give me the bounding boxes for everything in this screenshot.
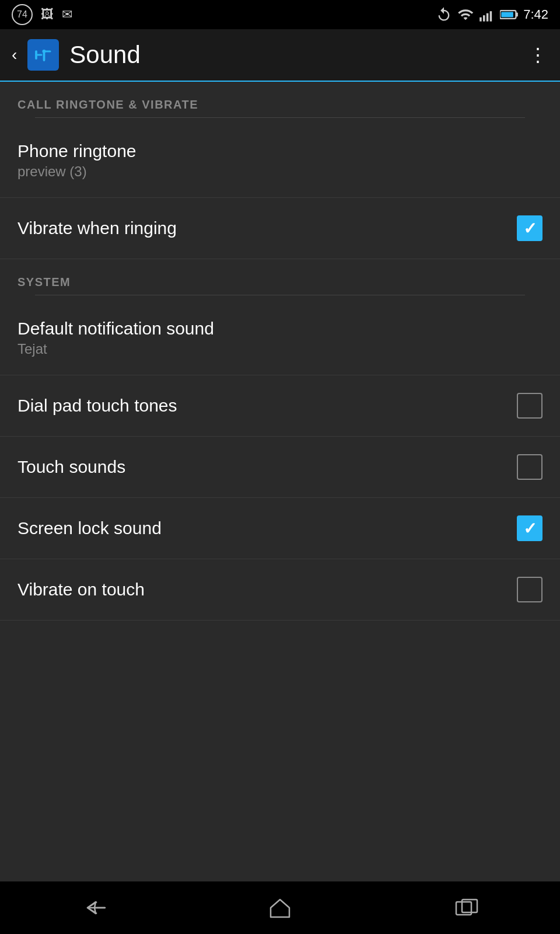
default-notification-sound-title: Default notification sound <box>18 319 542 339</box>
notification-count-badge: 74 <box>12 4 33 25</box>
svg-rect-5 <box>516 13 518 17</box>
overflow-menu-button[interactable]: ⋮ <box>528 44 548 66</box>
notification-count: 74 <box>17 9 27 20</box>
app-icon <box>27 39 59 71</box>
setting-row-screen-lock-sound[interactable]: Screen lock sound <box>0 498 560 559</box>
signal-icon <box>479 6 495 23</box>
status-bar-right: 7:42 <box>436 6 548 23</box>
touch-sounds-checkbox[interactable] <box>517 454 542 480</box>
section-header-call-ringtone-label: CALL RINGTONE & VIBRATE <box>18 98 198 111</box>
nav-home-icon <box>268 897 292 918</box>
setting-text-touch-sounds: Touch sounds <box>18 457 517 477</box>
vibrate-when-ringing-title: Vibrate when ringing <box>18 218 517 238</box>
setting-row-dial-pad-touch-tones[interactable]: Dial pad touch tones <box>0 375 560 437</box>
section-header-system-label: SYSTEM <box>18 276 71 288</box>
vibrate-on-touch-checkbox[interactable] <box>517 577 542 602</box>
svg-rect-1 <box>483 15 485 21</box>
setting-text-vibrate-on-touch: Vibrate on touch <box>18 580 517 600</box>
image-notification-icon: 🖼 <box>41 7 54 22</box>
page-title: Sound <box>69 41 528 69</box>
setting-row-vibrate-when-ringing[interactable]: Vibrate when ringing <box>0 198 560 259</box>
nav-back-button[interactable] <box>64 890 123 925</box>
phone-ringtone-subtitle: preview (3) <box>18 163 542 180</box>
battery-icon <box>500 6 519 23</box>
nav-recents-icon <box>454 897 480 918</box>
nav-back-icon <box>79 897 107 918</box>
app-bar: ‹ Sound ⋮ <box>0 29 560 82</box>
phone-ringtone-title: Phone ringtone <box>18 141 542 161</box>
vibrate-on-touch-title: Vibrate on touch <box>18 580 517 600</box>
setting-text-default-notification-sound: Default notification sound Tejat <box>18 319 542 357</box>
touch-sounds-title: Touch sounds <box>18 457 517 477</box>
svg-rect-3 <box>490 11 492 21</box>
mail-notification-icon: ✉ <box>62 7 72 22</box>
section-divider-2 <box>35 295 525 295</box>
setting-row-phone-ringtone[interactable]: Phone ringtone preview (3) <box>0 124 560 198</box>
setting-text-phone-ringtone: Phone ringtone preview (3) <box>18 141 542 180</box>
default-notification-sound-subtitle: Tejat <box>18 341 542 357</box>
nav-home-button[interactable] <box>251 890 309 925</box>
setting-row-default-notification-sound[interactable]: Default notification sound Tejat <box>0 301 560 375</box>
status-bar: 74 🖼 ✉ 7:42 <box>0 0 560 29</box>
setting-row-touch-sounds[interactable]: Touch sounds <box>0 437 560 498</box>
setting-text-vibrate-when-ringing: Vibrate when ringing <box>18 218 517 238</box>
section-header-system: SYSTEM <box>0 259 560 301</box>
setting-row-vibrate-on-touch[interactable]: Vibrate on touch <box>0 559 560 621</box>
svg-rect-0 <box>480 18 482 22</box>
svg-rect-6 <box>501 12 513 17</box>
rotation-icon <box>436 6 452 23</box>
status-bar-left: 74 🖼 ✉ <box>12 4 72 25</box>
setting-text-dial-pad-touch-tones: Dial pad touch tones <box>18 396 517 416</box>
setting-text-screen-lock-sound: Screen lock sound <box>18 518 517 538</box>
sound-settings-icon <box>33 44 54 65</box>
content-area: CALL RINGTONE & VIBRATE Phone ringtone p… <box>0 82 560 881</box>
nav-bar <box>0 881 560 934</box>
screen-lock-sound-checkbox[interactable] <box>517 515 542 541</box>
section-divider-1 <box>35 117 525 118</box>
vibrate-when-ringing-checkbox[interactable] <box>517 215 542 241</box>
dial-pad-touch-tones-checkbox[interactable] <box>517 393 542 419</box>
dial-pad-touch-tones-title: Dial pad touch tones <box>18 396 517 416</box>
screen-lock-sound-title: Screen lock sound <box>18 518 517 538</box>
status-time: 7:42 <box>523 7 548 22</box>
section-header-call-ringtone: CALL RINGTONE & VIBRATE <box>0 82 560 124</box>
svg-rect-2 <box>487 13 489 22</box>
wifi-icon <box>457 6 474 23</box>
back-button[interactable]: ‹ <box>12 46 17 64</box>
nav-recents-button[interactable] <box>438 890 496 925</box>
